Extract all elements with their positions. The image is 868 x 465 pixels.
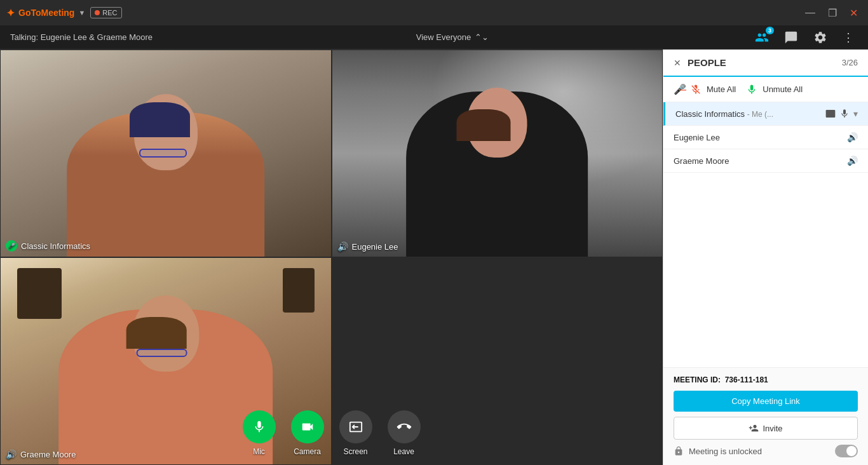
rec-badge[interactable]: REC bbox=[90, 7, 121, 18]
panel-close-button[interactable]: ✕ bbox=[674, 58, 681, 68]
mic-active-icon: 🎤 bbox=[6, 240, 17, 252]
mute-all-label: Mute All bbox=[707, 84, 736, 94]
unmute-all-button[interactable]: Unmute All bbox=[746, 84, 803, 95]
screen-button[interactable]: Screen bbox=[339, 410, 372, 456]
logo-star: ✦ bbox=[6, 7, 15, 19]
rec-label: REC bbox=[102, 9, 117, 17]
participant-icons-graeme: 🔊 bbox=[847, 156, 858, 166]
video-cell-classic-informatics: 🎤 Classic Informatics bbox=[0, 50, 332, 257]
view-everyone-label: View Everyone bbox=[416, 32, 471, 42]
participant-item-graeme[interactable]: Graeme Moore 🔊 bbox=[663, 149, 868, 173]
copy-meeting-link-button[interactable]: Copy Meeting Link bbox=[674, 391, 858, 412]
toolbar: Talking: Eugenie Lee & Graeme Moore View… bbox=[0, 25, 868, 50]
people-button[interactable]: 3 bbox=[752, 28, 771, 47]
lock-icon bbox=[674, 446, 684, 456]
video-name-eugenie: Eugenie Lee bbox=[352, 242, 398, 252]
video-name-graeme: Graeme Moore bbox=[20, 450, 76, 459]
meeting-id-row: MEETING ID: 736-111-181 bbox=[674, 375, 858, 384]
invite-button[interactable]: Invite bbox=[674, 417, 858, 440]
titlebar-controls: — ❐ ✕ bbox=[801, 6, 862, 20]
participant-name-graeme: Graeme Moore bbox=[674, 156, 847, 166]
participant-name-classic: Classic Informatics - Me (... bbox=[675, 109, 825, 119]
meeting-id-value: 736-111-181 bbox=[725, 375, 768, 384]
toolbar-talking-label: Talking: Eugenie Lee & Graeme Moore bbox=[10, 32, 153, 42]
video-cell-empty bbox=[332, 257, 663, 465]
speaker-icon-graeme: 🔊 bbox=[6, 449, 17, 459]
lock-row: Meeting is unlocked bbox=[674, 445, 858, 457]
logo-text: GoToMeeting bbox=[18, 8, 74, 18]
camera-icon bbox=[291, 410, 324, 443]
leave-icon bbox=[388, 410, 421, 443]
titlebar: ✦ GoToMeeting ▼ REC — ❐ ✕ bbox=[0, 0, 868, 25]
mic-label: Mic bbox=[253, 447, 265, 456]
toolbar-right: 3 ⋮ bbox=[752, 28, 858, 47]
speaker-icon-eugenie: 🔊 bbox=[337, 241, 348, 252]
invite-label: Invite bbox=[763, 424, 782, 433]
people-count-badge: 3 bbox=[766, 27, 774, 34]
meeting-id-label: MEETING ID: bbox=[674, 375, 721, 384]
mute-all-button[interactable]: 🎤̶ Mute All bbox=[674, 83, 736, 95]
panel-footer: MEETING ID: 736-111-181 Copy Meeting Lin… bbox=[663, 367, 868, 465]
speaker-wave-icon-graeme: 🔊 bbox=[847, 156, 858, 166]
unmute-all-label: Unmute All bbox=[763, 84, 803, 94]
leave-label: Leave bbox=[393, 447, 414, 456]
participant-icons-eugenie: 🔊 bbox=[847, 132, 858, 142]
screen-icon bbox=[339, 410, 372, 443]
screen-share-icon bbox=[825, 109, 836, 119]
participant-icons-classic: ▾ bbox=[825, 109, 858, 119]
more-button[interactable]: ⋮ bbox=[840, 28, 858, 47]
me-badge: - Me (... bbox=[747, 110, 773, 119]
panel-header: ✕ PEOPLE 3/26 bbox=[663, 50, 868, 77]
video-label-eugenie: 🔊 Eugenie Lee bbox=[337, 241, 398, 252]
participant-item-eugenie[interactable]: Eugenie Lee 🔊 bbox=[663, 126, 868, 149]
titlebar-left: ✦ GoToMeeting ▼ REC bbox=[6, 7, 122, 19]
right-panel: ✕ PEOPLE 3/26 🎤̶ Mute All Unmute All bbox=[663, 50, 868, 465]
video-name-classic: Classic Informatics bbox=[21, 241, 90, 251]
close-button[interactable]: ✕ bbox=[846, 6, 862, 20]
rec-dot bbox=[95, 10, 100, 15]
video-label-classic: 🎤 Classic Informatics bbox=[6, 240, 90, 252]
video-cell-graeme: 🔊 Graeme Moore bbox=[0, 257, 332, 465]
chat-button[interactable] bbox=[782, 28, 801, 47]
participant-item-classic[interactable]: Classic Informatics - Me (... ▾ bbox=[663, 102, 868, 126]
minimize-button[interactable]: — bbox=[801, 6, 819, 20]
settings-button[interactable] bbox=[811, 28, 830, 47]
logo: ✦ GoToMeeting ▼ bbox=[6, 7, 85, 19]
view-chevron-icon: ⌃⌄ bbox=[475, 32, 489, 42]
video-cell-eugenie: 🔊 Eugenie Lee bbox=[332, 50, 663, 257]
panel-actions: 🎤̶ Mute All Unmute All bbox=[663, 77, 868, 102]
mic-icon bbox=[243, 410, 276, 443]
participant-name-eugenie: Eugenie Lee bbox=[674, 133, 847, 142]
screen-label: Screen bbox=[343, 447, 367, 456]
lock-label: Meeting is unlocked bbox=[689, 447, 762, 456]
mic-small-icon bbox=[839, 109, 850, 119]
participants-list: Classic Informatics - Me (... ▾ Eugenie … bbox=[663, 102, 868, 367]
mute-all-icon: 🎤̶ bbox=[674, 83, 686, 95]
logo-dropdown-icon[interactable]: ▼ bbox=[78, 9, 85, 17]
panel-title: PEOPLE bbox=[688, 57, 842, 68]
invite-icon bbox=[749, 423, 759, 433]
speaker-wave-icon-eugenie: 🔊 bbox=[847, 132, 858, 142]
expand-icon[interactable]: ▾ bbox=[853, 109, 858, 119]
maximize-button[interactable]: ❐ bbox=[824, 6, 841, 20]
video-grid: 🎤 Classic Informatics 🔊 Eugenie Lee bbox=[0, 50, 663, 465]
view-everyone-button[interactable]: View Everyone ⌃⌄ bbox=[416, 32, 489, 42]
leave-button[interactable]: Leave bbox=[388, 410, 421, 456]
video-label-graeme: 🔊 Graeme Moore bbox=[6, 449, 76, 459]
main-area: 🎤 Classic Informatics 🔊 Eugenie Lee bbox=[0, 50, 868, 465]
panel-count: 3/26 bbox=[842, 58, 858, 67]
mic-button[interactable]: Mic bbox=[243, 410, 276, 456]
camera-button[interactable]: Camera bbox=[291, 410, 324, 456]
camera-label: Camera bbox=[294, 447, 321, 456]
meeting-lock-toggle[interactable] bbox=[835, 445, 858, 457]
